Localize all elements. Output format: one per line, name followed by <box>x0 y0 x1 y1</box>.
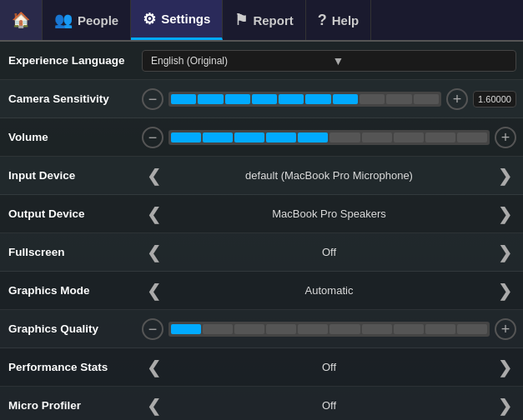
slider-segment <box>329 324 360 334</box>
slider-track[interactable] <box>168 322 490 337</box>
slider-wrapper: −+ <box>142 318 516 340</box>
setting-row: Output Device❮MacBook Pro Speakers❯ <box>0 195 523 233</box>
slider-segment <box>279 94 304 104</box>
slider-segment <box>333 94 358 104</box>
slider-decrease-button[interactable]: − <box>142 318 163 340</box>
settings-panel: Experience LanguageEnglish (Original)▼Ca… <box>0 42 523 420</box>
setting-row: Experience LanguageEnglish (Original)▼ <box>0 42 523 80</box>
slider-segment <box>360 94 385 104</box>
slider-segment <box>329 132 360 142</box>
setting-row: Camera Sensitivity−+1.60000 <box>0 80 523 118</box>
arrow-right-button[interactable]: ❯ <box>493 241 516 264</box>
arrow-control: ❮Automatic❯ <box>142 279 516 302</box>
setting-label: Camera Sensitivity <box>8 92 142 105</box>
slider-segment <box>298 132 328 142</box>
arrow-left-button[interactable]: ❮ <box>142 394 165 418</box>
slider-segment <box>234 324 264 334</box>
setting-label: Input Device <box>8 169 142 182</box>
slider-increase-button[interactable]: + <box>495 127 516 148</box>
nav-report-label: Report <box>253 13 293 28</box>
slider-segment <box>414 94 439 104</box>
people-icon: 👥 <box>54 11 73 29</box>
slider-segment <box>362 132 392 142</box>
setting-row: Graphics Quality−+ <box>0 310 523 348</box>
nav-report-button[interactable]: ⚑ Report <box>223 0 305 40</box>
setting-label: Graphics Quality <box>8 322 142 335</box>
slider-increase-button[interactable]: + <box>495 318 516 340</box>
slider-increase-button[interactable]: + <box>446 88 468 110</box>
slider-segment <box>305 94 330 104</box>
slider-segment <box>203 132 233 142</box>
arrow-control: ❮Off❯ <box>142 241 516 264</box>
slider-track[interactable] <box>168 130 490 145</box>
dropdown-control[interactable]: English (Original)▼ <box>142 50 516 72</box>
setting-label: Graphics Mode <box>8 284 142 297</box>
slider-wrapper: −+ <box>142 127 516 148</box>
arrow-left-button[interactable]: ❮ <box>142 202 165 226</box>
arrow-left-button[interactable]: ❮ <box>142 241 165 264</box>
slider-segment <box>198 94 223 104</box>
slider-segment <box>266 324 296 334</box>
slider-segment <box>225 94 250 104</box>
arrow-right-button[interactable]: ❯ <box>493 202 516 226</box>
nav-people-label: People <box>78 13 118 28</box>
slider-segment <box>234 132 264 142</box>
slider-segment <box>171 132 201 142</box>
arrow-control: ❮Off❯ <box>142 394 516 418</box>
help-icon: ? <box>318 12 327 29</box>
slider-segment <box>386 94 411 104</box>
nav-home-button[interactable]: 🏠 <box>0 0 43 40</box>
slider-segment <box>362 324 392 334</box>
slider-decrease-button[interactable]: − <box>142 88 163 110</box>
arrow-control: ❮MacBook Pro Speakers❯ <box>142 202 516 226</box>
arrow-value: MacBook Pro Speakers <box>165 208 493 220</box>
arrow-right-button[interactable]: ❯ <box>493 394 516 418</box>
arrow-left-button[interactable]: ❮ <box>142 164 165 188</box>
slider-decrease-button[interactable]: − <box>142 127 163 148</box>
chevron-down-icon: ▼ <box>333 54 508 68</box>
arrow-left-button[interactable]: ❮ <box>142 356 165 379</box>
setting-row: Input Device❮default (MacBook Pro Microp… <box>0 157 523 195</box>
setting-label: Volume <box>8 131 142 143</box>
arrow-left-button[interactable]: ❮ <box>142 279 165 302</box>
setting-row: Micro Profiler❮Off❯ <box>0 387 523 420</box>
dropdown-value: English (Original) <box>151 55 326 67</box>
nav-settings-button[interactable]: ⚙ Settings <box>131 0 223 40</box>
setting-label: Experience Language <box>8 54 142 67</box>
setting-label: Fullscreen <box>8 246 142 258</box>
nav-help-button[interactable]: ? Help <box>306 0 372 40</box>
setting-row: Volume−+ <box>0 118 523 157</box>
nav-help-label: Help <box>332 13 360 28</box>
slider-wrapper: −+1.60000 <box>142 88 516 110</box>
slider-segment <box>171 324 201 334</box>
slider-value: 1.60000 <box>473 91 516 108</box>
slider-segment <box>394 324 424 334</box>
slider-segment <box>425 132 455 142</box>
setting-label: Output Device <box>8 208 142 220</box>
arrow-value: default (MacBook Pro Microphone) <box>165 169 493 182</box>
arrow-value: Automatic <box>165 284 493 297</box>
arrow-value: Off <box>165 246 493 258</box>
slider-track[interactable] <box>168 92 441 107</box>
setting-row: Fullscreen❮Off❯ <box>0 233 523 272</box>
setting-row: Graphics Mode❮Automatic❯ <box>0 272 523 310</box>
nav-settings-label: Settings <box>161 12 210 26</box>
report-icon: ⚑ <box>234 11 248 29</box>
setting-label: Micro Profiler <box>8 399 142 412</box>
slider-segment <box>266 132 296 142</box>
slider-segment <box>252 94 277 104</box>
arrow-right-button[interactable]: ❯ <box>493 356 516 379</box>
arrow-control: ❮Off❯ <box>142 356 516 379</box>
slider-segment <box>457 132 487 142</box>
setting-row: Performance Stats❮Off❯ <box>0 348 523 387</box>
settings-icon: ⚙ <box>143 10 156 28</box>
arrow-right-button[interactable]: ❯ <box>493 164 516 188</box>
slider-segment <box>394 132 424 142</box>
setting-label: Performance Stats <box>8 361 142 373</box>
slider-segment <box>298 324 328 334</box>
arrow-right-button[interactable]: ❯ <box>493 279 516 302</box>
slider-segment <box>457 324 487 334</box>
nav-people-button[interactable]: 👥 People <box>43 0 131 40</box>
arrow-value: Off <box>165 399 493 412</box>
home-icon: 🏠 <box>12 11 30 29</box>
